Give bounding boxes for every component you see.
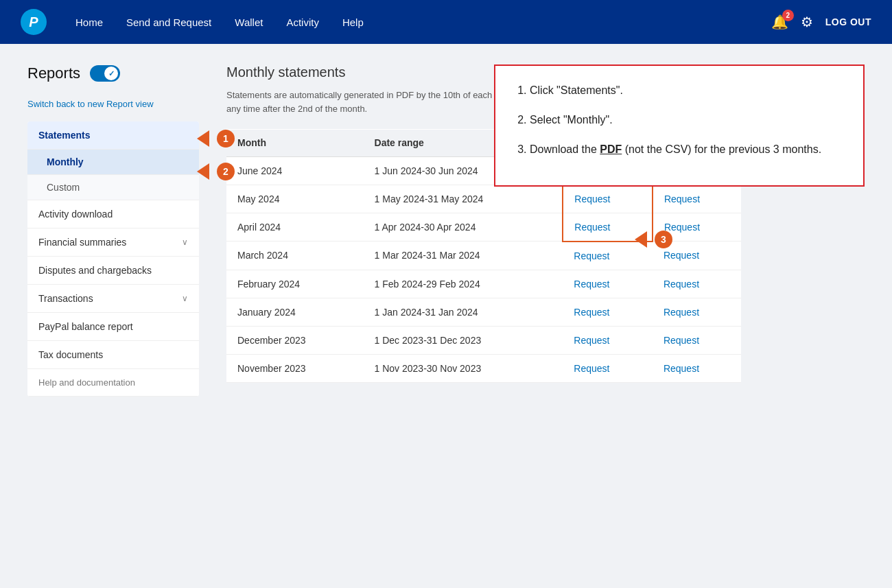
csv-request-link-7[interactable]: Request <box>664 363 699 374</box>
sidebar-item-financial-summaries[interactable]: Financial summaries ∨ <box>27 228 199 257</box>
nav-help[interactable]: Help <box>341 14 365 31</box>
cell-range-5: 1 Jan 2024-31 Jan 2024 <box>364 298 563 326</box>
sidebar-item-transactions-label: Transactions <box>38 293 93 304</box>
nav-wallet[interactable]: Wallet <box>233 14 264 31</box>
sidebar-item-custom[interactable]: Custom <box>27 175 199 200</box>
table-row: November 2023 1 Nov 2023-30 Nov 2023 Req… <box>226 354 741 382</box>
switch-report-label[interactable]: Switch back to new Report view <box>27 99 199 109</box>
chevron-down-icon-2: ∨ <box>182 294 188 303</box>
cell-month-6: December 2023 <box>226 326 364 354</box>
sidebar-item-paypal-balance[interactable]: PayPal balance report <box>27 313 199 341</box>
sidebar-item-transactions-row: Transactions ∨ <box>38 293 188 304</box>
csv-request-link-6[interactable]: Request <box>664 335 699 346</box>
csv-request-link-3[interactable]: Request <box>664 250 699 261</box>
notification-bell[interactable]: 🔔 2 <box>771 14 788 30</box>
page-content: Reports ✓ Switch back to new Report view… <box>0 44 892 588</box>
col-month: Month <box>226 130 364 156</box>
table-row: May 2024 1 May 2024-31 May 2024 Request … <box>226 185 741 213</box>
nav-activity[interactable]: Activity <box>285 14 320 31</box>
table-row: December 2023 1 Dec 2023-31 Dec 2023 Req… <box>226 326 741 354</box>
pdf-request-link-7[interactable]: Request <box>574 363 609 374</box>
reports-toggle[interactable]: ✓ <box>90 65 120 82</box>
logout-button[interactable]: LOG OUT <box>825 16 871 27</box>
sidebar-title: Reports <box>27 64 80 82</box>
sidebar-item-help-docs[interactable]: Help and documentation <box>27 369 199 397</box>
table-row: February 2024 1 Feb 2024-29 Feb 2024 Req… <box>226 270 741 298</box>
sidebar-header: Reports ✓ <box>27 64 199 82</box>
cell-csv-2: Request <box>653 213 741 242</box>
sidebar-item-help-label: Help and documentation <box>38 377 135 388</box>
sidebar-item-tax-label: Tax documents <box>38 349 103 360</box>
sidebar-item-statements-label: Statements <box>38 130 90 141</box>
arrow-2-icon <box>197 163 209 180</box>
cell-month-0: June 2024 <box>226 156 364 185</box>
csv-request-link-1[interactable]: Request <box>664 193 700 204</box>
cell-range-3: 1 Mar 2024-31 Mar 2024 <box>364 242 563 270</box>
csv-request-link-4[interactable]: Request <box>664 279 699 290</box>
cell-pdf-7: Request <box>563 354 653 382</box>
sidebar-item-tax-documents[interactable]: Tax documents <box>27 341 199 369</box>
cell-month-1: May 2024 <box>226 185 364 213</box>
sidebar-item-statements[interactable]: Statements <box>27 121 199 150</box>
cell-range-4: 1 Feb 2024-29 Feb 2024 <box>364 270 563 298</box>
csv-request-link-2[interactable]: Request <box>664 222 700 233</box>
cell-csv-7: Request <box>653 354 741 382</box>
cell-pdf-2: Request <box>563 213 653 242</box>
pdf-request-link-1[interactable]: Request <box>574 193 610 204</box>
paypal-logo: P <box>21 9 47 35</box>
cell-range-2: 1 Apr 2024-30 Apr 2024 <box>364 213 563 242</box>
pdf-request-link-3[interactable]: Request <box>574 250 609 261</box>
cell-csv-4: Request <box>653 270 741 298</box>
annotation-step-1: Click "Statements". <box>530 81 843 99</box>
cell-pdf-1: Request <box>563 185 653 213</box>
settings-gear-icon[interactable]: ⚙ <box>801 14 813 30</box>
annotation-step-2: Select "Monthly". <box>530 110 843 129</box>
sidebar-item-activity-download[interactable]: Activity download <box>27 200 199 228</box>
cell-month-7: November 2023 <box>226 354 364 382</box>
navbar-right: 🔔 2 ⚙ LOG OUT <box>771 14 871 30</box>
nav-home[interactable]: Home <box>74 14 104 31</box>
sidebar-item-transactions[interactable]: Transactions ∨ <box>27 285 199 313</box>
cell-csv-5: Request <box>653 298 741 326</box>
annotation-box: Click "Statements". Select "Monthly". Do… <box>494 64 865 187</box>
sidebar-item-disputes-label: Disputes and chargebacks <box>38 265 152 276</box>
pdf-request-link-6[interactable]: Request <box>574 335 609 346</box>
toggle-wrap[interactable]: ✓ <box>90 65 120 82</box>
cell-month-3: March 2024 <box>226 242 364 270</box>
pdf-highlight: PDF <box>600 143 622 155</box>
pdf-request-link-4[interactable]: Request <box>574 279 609 290</box>
main-content: Click "Statements". Select "Monthly". Do… <box>199 64 865 567</box>
cell-range-1: 1 May 2024-31 May 2024 <box>364 185 563 213</box>
badge-1: 1 <box>217 130 235 148</box>
pdf-request-link-2[interactable]: Request <box>574 222 610 233</box>
toggle-knob: ✓ <box>104 67 118 80</box>
cell-pdf-4: Request <box>563 270 653 298</box>
pdf-request-link-5[interactable]: Request <box>574 307 609 318</box>
nav-send-request[interactable]: Send and Request <box>125 14 213 31</box>
cell-month-4: February 2024 <box>226 270 364 298</box>
cell-pdf-3: Request <box>563 242 653 270</box>
notification-badge: 2 <box>782 10 794 21</box>
arrow-1-icon <box>197 130 209 147</box>
sidebar-item-activity-download-label: Activity download <box>38 209 113 220</box>
annotation-steps: Click "Statements". Select "Monthly". Do… <box>530 81 843 159</box>
sidebar-item-disputes[interactable]: Disputes and chargebacks <box>27 257 199 285</box>
sidebar-item-monthly-label: Monthly <box>47 156 84 167</box>
cell-month-2: April 2024 <box>226 213 364 242</box>
cell-csv-6: Request <box>653 326 741 354</box>
table-row: January 2024 1 Jan 2024-31 Jan 2024 Requ… <box>226 298 741 326</box>
navbar: P Home Send and Request Wallet Activity … <box>0 0 892 44</box>
cell-range-6: 1 Dec 2023-31 Dec 2023 <box>364 326 563 354</box>
cell-pdf-5: Request <box>563 298 653 326</box>
cell-csv-3: Request <box>653 242 741 270</box>
sidebar-item-financial-label: Financial summaries <box>38 237 126 248</box>
sidebar: Reports ✓ Switch back to new Report view… <box>27 64 199 567</box>
annotation-arrow-2: 2 <box>197 163 235 180</box>
chevron-down-icon: ∨ <box>182 237 188 247</box>
cell-csv-1: Request <box>653 185 741 213</box>
csv-request-link-5[interactable]: Request <box>664 307 699 318</box>
sidebar-item-custom-label: Custom <box>47 182 80 193</box>
sidebar-item-monthly[interactable]: Monthly <box>27 150 199 175</box>
table-row: April 2024 1 Apr 2024-30 Apr 2024 Reques… <box>226 213 741 242</box>
sidebar-nav: Statements Monthly Custom Activity downl… <box>27 121 199 397</box>
